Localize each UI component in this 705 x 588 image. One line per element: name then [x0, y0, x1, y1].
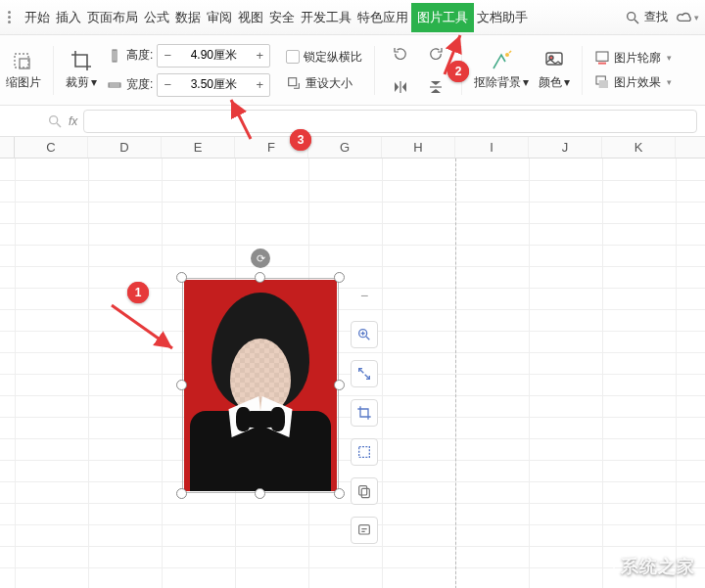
col-header[interactable]: G [308, 137, 382, 158]
cloud-sync-icon[interactable]: ▾ [674, 5, 701, 30]
svg-point-0 [628, 12, 635, 20]
tab-review[interactable]: 审阅 [204, 3, 235, 32]
svg-line-28 [231, 100, 251, 139]
resize-handle[interactable] [334, 488, 345, 499]
svg-point-14 [50, 115, 58, 123]
tab-insert[interactable]: 插入 [53, 3, 84, 32]
rotate-left-icon[interactable] [387, 41, 414, 67]
tab-data[interactable]: 数据 [172, 3, 204, 32]
color-button[interactable]: 颜色▾ [539, 49, 570, 91]
svg-line-27 [445, 35, 460, 74]
resize-handle[interactable] [176, 488, 187, 499]
svg-point-9 [549, 56, 553, 60]
search-area[interactable]: 查找 [625, 9, 674, 25]
more-float-icon[interactable] [351, 517, 378, 544]
resize-handle[interactable] [176, 272, 187, 283]
outline-icon [594, 50, 610, 66]
height-input[interactable] [177, 49, 250, 63]
picture-outline-button[interactable]: 图片轮廓▾ [594, 50, 672, 67]
col-header[interactable]: H [382, 137, 455, 158]
width-label: 宽度: [126, 76, 153, 93]
watermark-logo-icon [589, 556, 615, 577]
crop-button[interactable]: 裁剪▾ [66, 49, 97, 91]
crop-float-icon[interactable] [351, 399, 378, 427]
watermark-text: 系统之家 [621, 555, 695, 578]
svg-line-26 [112, 305, 172, 348]
copy-float-icon[interactable] [351, 477, 378, 505]
svg-rect-13 [599, 80, 608, 88]
tab-formula[interactable]: 公式 [141, 3, 172, 32]
height-control: 高度: − + [107, 44, 270, 68]
selected-image[interactable]: ⟳ [182, 278, 339, 493]
tab-dev-tools[interactable]: 开发工具 [298, 3, 354, 32]
tab-view[interactable]: 视图 [235, 3, 266, 32]
svg-rect-23 [359, 486, 367, 495]
col-header[interactable]: D [88, 137, 162, 158]
annotation-badge-3: 3 [290, 129, 311, 151]
formula-bar: fx [0, 106, 705, 137]
resize-handle[interactable] [334, 380, 345, 390]
svg-rect-2 [15, 54, 28, 68]
name-box-icon [47, 113, 63, 129]
menu-dots-icon[interactable] [4, 11, 22, 23]
remove-background-button[interactable]: 抠除背景▾ [474, 49, 529, 91]
lock-ratio-label: 锁定纵横比 [304, 49, 362, 66]
fx-label: fx [69, 114, 77, 128]
height-minus[interactable]: − [158, 48, 177, 63]
width-plus[interactable]: + [250, 77, 269, 92]
name-box[interactable] [8, 113, 63, 129]
height-plus[interactable]: + [250, 48, 269, 63]
col-header[interactable]: I [455, 137, 529, 158]
col-header[interactable]: C [15, 137, 88, 158]
svg-rect-22 [359, 447, 370, 458]
resize-handle[interactable] [255, 272, 265, 283]
svg-point-7 [505, 53, 509, 57]
tab-bar: 开始 插入 页面布局 公式 数据 审阅 视图 安全 开发工具 特色应用 图片工具… [0, 0, 705, 35]
tab-special[interactable]: 特色应用 [354, 3, 411, 32]
photo-content [184, 280, 337, 491]
tab-doc-helper[interactable]: 文档助手 [474, 3, 531, 32]
picture-effects-button[interactable]: 图片效果▾ [594, 74, 672, 91]
width-minus[interactable]: − [158, 77, 177, 92]
tab-security[interactable]: 安全 [266, 3, 298, 32]
width-input[interactable] [177, 78, 250, 92]
svg-rect-25 [359, 525, 370, 534]
tab-start[interactable]: 开始 [22, 3, 53, 32]
tab-page-layout[interactable]: 页面布局 [84, 3, 141, 32]
col-header[interactable]: J [529, 137, 602, 158]
effects-icon [594, 74, 610, 90]
reset-size-icon [286, 75, 302, 91]
tab-picture-tools[interactable]: 图片工具 [411, 3, 474, 32]
fit-icon[interactable] [351, 360, 378, 387]
svg-line-15 [57, 123, 61, 127]
annotation-arrow-3 [221, 94, 260, 143]
compress-image-button[interactable]: 缩图片 [6, 49, 41, 91]
checkbox-box-icon [286, 50, 300, 64]
reset-size-button[interactable]: 重设大小 [286, 75, 352, 92]
resize-handle[interactable] [255, 488, 265, 499]
flip-horizontal-icon[interactable] [387, 74, 414, 100]
svg-rect-10 [596, 52, 608, 61]
svg-line-1 [634, 20, 638, 23]
rotate-handle[interactable]: ⟳ [251, 249, 270, 268]
zoom-out-icon[interactable]: − [351, 282, 378, 309]
image-float-toolbar: − [351, 282, 378, 544]
column-headers: C D E F G H I J K [0, 137, 705, 158]
resize-handle[interactable] [334, 272, 345, 283]
page-break-line [455, 158, 456, 588]
width-control: 宽度: − + [107, 73, 270, 97]
formula-input[interactable] [83, 110, 697, 133]
svg-line-17 [366, 337, 369, 339]
zoom-in-icon[interactable] [351, 321, 378, 348]
col-header[interactable]: K [602, 137, 676, 158]
lock-ratio-checkbox[interactable]: 锁定纵横比 [286, 49, 362, 66]
search-label: 查找 [644, 9, 668, 25]
svg-line-20 [359, 369, 364, 374]
ribbon-toolbar: 缩图片 裁剪▾ 高度: − + 宽度: − + [0, 35, 705, 106]
height-label: 高度: [126, 47, 153, 64]
svg-rect-11 [598, 63, 606, 65]
resize-handle[interactable] [176, 380, 187, 390]
select-area-icon[interactable] [351, 438, 378, 466]
height-icon [107, 48, 122, 64]
svg-rect-24 [361, 488, 369, 497]
